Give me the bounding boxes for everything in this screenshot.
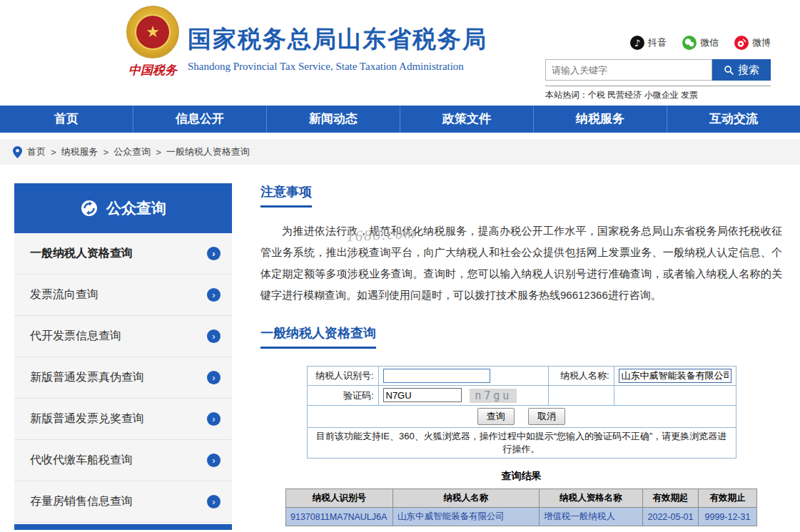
sidebar-item-label: 一般纳税人资格查询 xyxy=(30,246,133,261)
douyin-link[interactable]: ♪ 抖音 xyxy=(630,36,667,50)
captcha-label: 验证码: xyxy=(307,386,378,406)
notice-body: 为推进依法行政，规范和优化纳税服务，提高办税公开工作水平，国家税务总局山东省税务… xyxy=(260,220,782,306)
search-button-label: 搜索 xyxy=(738,63,759,77)
results-table: 纳税人识别号 纳税人名称 纳税人资格名称 有效期起 有效期止 91370811M… xyxy=(285,488,757,526)
col-name: 纳税人名称 xyxy=(393,489,540,508)
cell-valid-to: 9999-12-31 xyxy=(699,508,757,526)
weibo-link[interactable]: 微博 xyxy=(734,36,771,50)
sidebar-item-housing-sales-query[interactable]: 存量房销售信息查询 › xyxy=(14,481,232,523)
search-input[interactable] xyxy=(545,59,712,81)
sidebar-item-issued-invoice-query[interactable]: 代开发票信息查询 › xyxy=(14,316,232,357)
sidebar-item-label: 存量房销售信息查询 xyxy=(30,494,133,509)
browser-support-note: 目前该功能支持IE、360、火狐浏览器，操作过程中如提示“您输入的验证码不正确”… xyxy=(307,428,736,459)
sidebar-item-general-taxpayer-query[interactable]: 一般纳税人资格查询 › xyxy=(14,233,232,275)
breadcrumb: 首页 > 纳税服务 > 公众查询 > 一般纳税人资格查询 xyxy=(0,139,800,165)
site-title-block: 国家税务总局山东省税务局 Shandong Provincial Tax Ser… xyxy=(188,24,487,73)
sidebar: 公众查询 一般纳税人资格查询 › 发票流向查询 › 代开发票信息查询 › 新版普… xyxy=(14,183,232,532)
chevron-right-icon: › xyxy=(207,412,221,426)
query-form: 纳税人识别号: 纳税人名称: 验证码: n7gu 查询 xyxy=(307,366,736,459)
search-icon xyxy=(724,65,734,76)
content-area: 公众查询 一般纳税人资格查询 › 发票流向查询 › 代开发票信息查询 › 新版普… xyxy=(0,165,800,532)
chevron-right-icon: › xyxy=(207,329,221,343)
cell-valid-from: 2022-05-01 xyxy=(643,508,699,526)
captcha-input[interactable] xyxy=(383,388,462,402)
location-pin-icon xyxy=(13,146,22,158)
chevron-right-icon: › xyxy=(207,288,221,302)
captcha-image[interactable]: n7gu xyxy=(470,389,517,403)
nav-item-tax-service[interactable]: 纳税服务 xyxy=(534,106,667,133)
sidebar-item-label: 代收代缴车船税查询 xyxy=(30,453,133,468)
sidebar-header: 公众查询 xyxy=(14,183,232,233)
sidebar-item-invoice-flow-query[interactable]: 发票流向查询 › xyxy=(14,275,232,316)
wechat-link[interactable]: 微信 xyxy=(682,36,719,50)
breadcrumb-separator: > xyxy=(103,147,109,158)
query-submit-button[interactable]: 查询 xyxy=(477,408,515,425)
breadcrumb-public-query[interactable]: 公众查询 xyxy=(113,145,151,158)
wechat-label: 微信 xyxy=(700,36,719,49)
col-qualification: 纳税人资格名称 xyxy=(540,489,643,508)
taxpayer-name-input[interactable] xyxy=(619,369,731,383)
weibo-label: 微博 xyxy=(752,36,771,49)
cell-tin: 91370811MA7NAULJ6A xyxy=(286,508,393,526)
site-title: 国家税务总局山东省税务局 xyxy=(188,24,487,56)
sidebar-item-invoice-authenticity-query[interactable]: 新版普通发票真伪查询 › xyxy=(14,357,232,399)
col-valid-from: 有效期起 xyxy=(643,489,699,508)
main-panel: 注意事项 为推进依法行政，规范和优化纳税服务，提高办税公开工作水平，国家税务总局… xyxy=(260,183,782,532)
nav-item-news[interactable]: 新闻动态 xyxy=(267,106,400,133)
sidebar-item-vehicle-vessel-tax-query[interactable]: 代收代缴车船税查询 › xyxy=(14,440,232,481)
chevron-right-icon: › xyxy=(207,247,221,260)
emblem-star-icon: ★ xyxy=(135,14,171,50)
sidebar-item-label: 代开发票信息查询 xyxy=(30,329,121,344)
breadcrumb-home[interactable]: 首页 xyxy=(27,145,46,158)
site-header: ★ 中国税务 国家税务总局山东省税务局 Shandong Provincial … xyxy=(0,0,800,106)
query-title: 一般纳税人资格查询 xyxy=(260,324,376,349)
douyin-icon: ♪ xyxy=(630,36,644,50)
sidebar-title: 公众查询 xyxy=(106,198,166,218)
chevron-right-icon: › xyxy=(207,454,221,467)
chevron-right-icon: › xyxy=(207,495,221,508)
tin-input[interactable] xyxy=(383,369,490,383)
douyin-label: 抖音 xyxy=(648,36,667,49)
sidebar-item-label: 新版普通发票真伪查询 xyxy=(30,370,144,385)
breadcrumb-separator: > xyxy=(156,147,161,158)
tin-label: 纳税人识别号: xyxy=(307,367,378,386)
cell-qualification: 增值税一般纳税人 xyxy=(540,508,643,526)
results-header-row: 纳税人识别号 纳税人名称 纳税人资格名称 有效期起 有效期止 xyxy=(286,489,757,508)
site-logo: ★ 中国税务 xyxy=(118,6,187,78)
breadcrumb-separator: > xyxy=(51,147,56,158)
cell-name: 山东中威智能装备有限公司 xyxy=(393,508,540,526)
site-subtitle: Shandong Provincial Tax Service, State T… xyxy=(188,61,487,73)
sidebar-footer-strip xyxy=(14,524,232,530)
breadcrumb-current: 一般纳税人资格查询 xyxy=(166,145,250,158)
results-title: 查询结果 xyxy=(260,470,782,483)
nav-item-policy[interactable]: 政策文件 xyxy=(400,106,534,133)
query-section: 一般纳税人资格查询 纳税人识别号: 纳税人名称: 验证码: n7gu xyxy=(260,324,782,532)
col-valid-to: 有效期止 xyxy=(699,489,757,508)
search-button[interactable]: 搜索 xyxy=(712,59,771,81)
public-query-icon xyxy=(80,199,98,218)
sidebar-item-label: 发票流向查询 xyxy=(30,287,98,302)
wechat-icon xyxy=(682,36,697,50)
query-cancel-button[interactable]: 取消 xyxy=(528,408,565,425)
logo-caption: 中国税务 xyxy=(118,62,187,78)
notice-title: 注意事项 xyxy=(260,183,312,208)
taxpayer-name-label: 纳税人名称: xyxy=(548,367,614,386)
table-row[interactable]: 91370811MA7NAULJ6A 山东中威智能装备有限公司 增值税一般纳税人… xyxy=(286,508,757,526)
tax-emblem-icon: ★ xyxy=(126,6,179,58)
nav-item-home[interactable]: 首页 xyxy=(0,106,133,133)
nav-item-info-disclosure[interactable]: 信息公开 xyxy=(133,106,267,133)
main-nav: 首页 信息公开 新闻动态 政策文件 纳税服务 互动交流 xyxy=(0,106,800,133)
search-bar: 搜索 xyxy=(545,59,771,81)
nav-item-interaction[interactable]: 互动交流 xyxy=(667,106,800,133)
social-links: ♪ 抖音 微信 微博 xyxy=(545,36,771,50)
weibo-icon xyxy=(734,36,749,50)
header-right: ♪ 抖音 微信 微博 搜索 本站热词：个税 民营经济 xyxy=(545,36,771,101)
sidebar-item-label: 新版普通发票兑奖查询 xyxy=(30,411,144,426)
breadcrumb-tax-service[interactable]: 纳税服务 xyxy=(61,145,98,158)
col-tin: 纳税人识别号 xyxy=(286,489,393,508)
hot-words[interactable]: 本站热词：个税 民营经济 小微企业 发票 xyxy=(545,86,771,101)
sidebar-item-invoice-lottery-query[interactable]: 新版普通发票兑奖查询 › xyxy=(14,399,232,440)
chevron-right-icon: › xyxy=(207,371,221,384)
